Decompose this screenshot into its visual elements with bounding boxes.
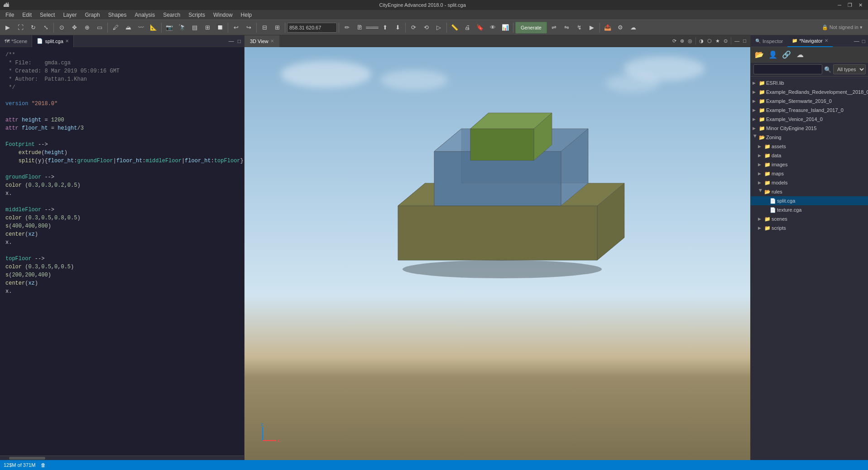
3d-view-close[interactable]: ✕ bbox=[270, 39, 274, 44]
grid-btn[interactable]: ⊞ bbox=[201, 22, 213, 34]
split-cga-tab-close[interactable]: ✕ bbox=[65, 39, 69, 44]
gen-opt3-btn[interactable]: ↯ bbox=[573, 22, 585, 34]
maximize-btn[interactable]: ❐ bbox=[846, 2, 854, 8]
tree-item-minor[interactable]: ▶ 📁 Minor CityEngine 2015 bbox=[751, 124, 868, 133]
terrain-btn[interactable]: ⛰ bbox=[122, 22, 134, 34]
tree-item-treasure[interactable]: ▶ 📁 Example_Treasure_Island_2017_0 bbox=[751, 106, 868, 115]
tree-item-zoning[interactable]: ▶ 📂 Zoning bbox=[751, 133, 868, 142]
stamp-btn[interactable]: 🖹 bbox=[354, 22, 365, 34]
gen-opt4-btn[interactable]: ▶ bbox=[586, 22, 598, 34]
ruler-btn[interactable]: 📏 bbox=[449, 22, 460, 34]
view-minimize-btn[interactable]: — bbox=[733, 36, 741, 45]
tree-item-rules[interactable]: ▶ 📂 rules bbox=[751, 187, 868, 196]
tree-item-sternwarte[interactable]: ▶ 📁 Example_Sternwarte_2016_0 bbox=[751, 97, 868, 106]
nav-person-btn[interactable]: 👤 bbox=[767, 49, 779, 61]
box-btn[interactable]: ▭ bbox=[94, 22, 106, 34]
scale-btn[interactable]: ⤡ bbox=[40, 22, 52, 34]
nav-search-input[interactable] bbox=[753, 64, 822, 74]
redo-btn[interactable]: ↪ bbox=[243, 22, 254, 34]
inspector-tab[interactable]: 🔍 Inspector bbox=[751, 35, 787, 47]
tree-item-scripts[interactable]: ▶ 📁 scripts bbox=[751, 223, 868, 233]
pen-btn[interactable]: ✏ bbox=[341, 22, 353, 34]
flip-btn[interactable]: ⟲ bbox=[420, 22, 432, 34]
layers-btn[interactable]: ▤ bbox=[189, 22, 201, 34]
cloud-btn[interactable]: ☁ bbox=[627, 22, 639, 34]
tree-item-assets[interactable]: ▶ 📁 assets bbox=[751, 142, 868, 151]
viewport[interactable]: Z X bbox=[245, 47, 750, 460]
menu-scripts[interactable]: Scripts bbox=[185, 11, 209, 19]
select-tool-btn[interactable]: ▶ bbox=[2, 22, 14, 34]
camera1-btn[interactable]: 📷 bbox=[163, 22, 175, 34]
eye-btn[interactable]: 👁 bbox=[487, 22, 499, 34]
close-btn[interactable]: ✕ bbox=[857, 2, 864, 8]
coords-input[interactable] bbox=[287, 23, 337, 33]
road-btn[interactable]: ═══ bbox=[366, 22, 378, 34]
scene-tab[interactable]: 🗺 *Scene bbox=[0, 35, 32, 47]
arrow-up-btn[interactable]: ⬆ bbox=[379, 22, 391, 34]
cam-pan-btn[interactable]: ⊕ bbox=[679, 36, 686, 45]
split-cga-tab[interactable]: 📄 split.cga ✕ bbox=[32, 35, 73, 47]
window-controls[interactable]: ─ ❐ ✕ bbox=[836, 2, 864, 8]
menu-file[interactable]: File bbox=[2, 11, 18, 19]
tree-item-texture-cga[interactable]: 📄 texture.cga bbox=[751, 205, 868, 214]
zoom-btn[interactable]: ⊕ bbox=[81, 22, 93, 34]
file-tree[interactable]: ▶ 📁 ESRI.lib ▶ 📁 Example_Redlands_Redeve… bbox=[751, 77, 868, 460]
menu-select[interactable]: Select bbox=[36, 11, 58, 19]
align2-btn[interactable]: ⊞ bbox=[271, 22, 283, 34]
type-filter-select[interactable]: All types bbox=[833, 64, 866, 74]
undo-btn[interactable]: ↩ bbox=[230, 22, 242, 34]
menu-layer[interactable]: Layer bbox=[59, 11, 80, 19]
wireframe-btn[interactable]: ⬡ bbox=[706, 36, 713, 45]
play-btn[interactable]: ▷ bbox=[433, 22, 445, 34]
tree-item-esri-lib[interactable]: ▶ 📁 ESRI.lib bbox=[751, 78, 868, 87]
view-maximize-btn[interactable]: □ bbox=[742, 36, 748, 45]
rotate2-btn[interactable]: ⟳ bbox=[408, 22, 419, 34]
rpc-min-btn[interactable]: — bbox=[853, 38, 860, 44]
nav-share-btn[interactable]: 🔗 bbox=[781, 49, 792, 61]
move-btn[interactable]: ⛶ bbox=[14, 22, 26, 34]
gen-opt2-btn[interactable]: ⇋ bbox=[561, 22, 572, 34]
tree-item-data[interactable]: ▶ 📁 data bbox=[751, 151, 868, 160]
tree-item-venice[interactable]: ▶ 📁 Example_Venice_2014_0 bbox=[751, 115, 868, 124]
pan-btn[interactable]: ✥ bbox=[68, 22, 80, 34]
nav-cloud-btn[interactable]: ☁ bbox=[794, 49, 806, 61]
cam-rotate-btn[interactable]: ⟳ bbox=[671, 36, 678, 45]
menu-analysis[interactable]: Analysis bbox=[131, 11, 158, 19]
tree-item-models[interactable]: ▶ 📁 models bbox=[751, 178, 868, 187]
scrollbar-thumb[interactable] bbox=[9, 457, 45, 460]
nav-folder-btn[interactable]: 📂 bbox=[753, 49, 765, 61]
orbit-btn[interactable]: ⊙ bbox=[56, 22, 67, 34]
print-btn[interactable]: 🖨 bbox=[461, 22, 473, 34]
menu-edit[interactable]: Edit bbox=[19, 11, 35, 19]
settings-btn[interactable]: ⚙ bbox=[614, 22, 626, 34]
measure-btn[interactable]: 📐 bbox=[148, 22, 159, 34]
star-btn[interactable]: ★ bbox=[714, 36, 721, 45]
minimize-editor-btn[interactable]: — bbox=[227, 38, 235, 44]
bookmark-btn[interactable]: 🔖 bbox=[474, 22, 486, 34]
garbage-collect-btn[interactable]: 🗑 bbox=[41, 462, 46, 468]
navigator-close[interactable]: ✕ bbox=[825, 38, 828, 43]
arrow-down-btn[interactable]: ⬇ bbox=[392, 22, 403, 34]
tree-item-redlands[interactable]: ▶ 📁 Example_Redlands_Redevelopment__2018… bbox=[751, 87, 868, 97]
camera2-btn[interactable]: 🔭 bbox=[176, 22, 188, 34]
minimize-btn[interactable]: ─ bbox=[836, 2, 843, 8]
3d-view-tab[interactable]: 3D View ✕ bbox=[245, 35, 279, 47]
gen-opt1-btn[interactable]: ⇌ bbox=[548, 22, 560, 34]
tree-item-split-cga[interactable]: 📄 split.cga bbox=[751, 196, 868, 205]
menu-window[interactable]: Window bbox=[210, 11, 236, 19]
tree-item-scenes[interactable]: ▶ 📁 scenes bbox=[751, 214, 868, 223]
align-btn[interactable]: ⊟ bbox=[259, 22, 270, 34]
rotate-btn[interactable]: ↻ bbox=[27, 22, 39, 34]
snap-btn[interactable]: 🔲 bbox=[214, 22, 226, 34]
generate-btn[interactable]: Generate bbox=[515, 22, 547, 34]
maximize-editor-btn[interactable]: □ bbox=[236, 38, 242, 44]
rpc-max-btn[interactable]: □ bbox=[861, 38, 866, 44]
menu-graph[interactable]: Graph bbox=[81, 11, 103, 19]
code-area[interactable]: /** * File: gmda.cga * Created: 8 Mar 20… bbox=[0, 47, 244, 455]
shading-btn[interactable]: ◑ bbox=[698, 36, 705, 45]
editor-scrollbar[interactable] bbox=[0, 455, 244, 460]
path-btn[interactable]: 〰 bbox=[135, 22, 147, 34]
bookmark2-btn[interactable]: ⊙ bbox=[722, 36, 729, 45]
tree-item-images[interactable]: ▶ 📁 images bbox=[751, 160, 868, 169]
menu-search[interactable]: Search bbox=[159, 11, 184, 19]
